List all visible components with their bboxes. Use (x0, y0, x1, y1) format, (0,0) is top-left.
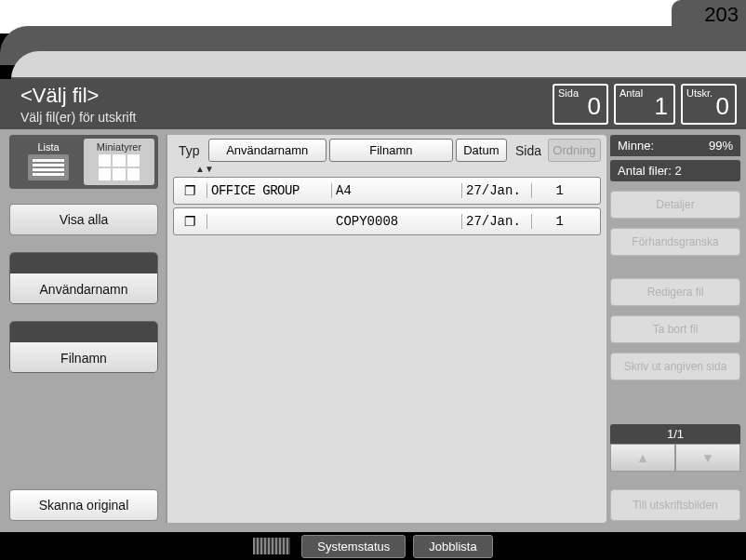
footer-decoration (253, 538, 290, 554)
col-filename-button[interactable]: Filnamn (329, 139, 453, 162)
page-title: <Välj fil> (20, 84, 547, 108)
document-icon: ❐ (174, 183, 207, 198)
triangle-down-icon: ▼ (701, 450, 714, 465)
page-up-button[interactable]: ▲ (610, 444, 675, 472)
view-list-button[interactable]: Lista (13, 139, 84, 185)
list-icon (28, 154, 69, 180)
document-icon: ❐ (174, 214, 207, 229)
triangle-up-icon: ▲ (636, 450, 649, 465)
username-button[interactable]: Användarnamn (10, 273, 157, 304)
pager-label: 1/1 (610, 424, 740, 444)
sidebar-right: Minne: 99% Antal filer: 2 Detaljer Förha… (610, 135, 740, 380)
counter-sida: Sida 0 (553, 84, 608, 125)
col-username-button[interactable]: Användarnamn (208, 139, 326, 162)
page-down-button[interactable]: ▼ (675, 444, 740, 472)
filename-button[interactable]: Filnamn (10, 342, 157, 373)
view-toggle: Lista Miniatyrer (9, 135, 158, 189)
column-headers: Typ Användarnamn Filnamn Datum Sida Ordn… (167, 135, 606, 167)
print-page-button[interactable]: Skriv ut angiven sida (610, 353, 740, 380)
tab-number: 203 (704, 3, 739, 27)
file-row[interactable]: ❐ OFFICE GROUP A4 27/Jan. 1 (173, 177, 601, 205)
page-subtitle: Välj fil(er) för utskrift (20, 110, 547, 125)
details-button[interactable]: Detaljer (610, 191, 740, 219)
username-section: Användarnamn (9, 252, 158, 304)
col-order-button: Ordning (548, 139, 601, 162)
edit-file-button[interactable]: Redigera fil (610, 278, 740, 306)
view-thumb-button[interactable]: Miniatyrer (84, 139, 154, 185)
col-date-button[interactable]: Datum (456, 139, 507, 162)
show-all-button[interactable]: Visa alla (9, 204, 158, 235)
grid-icon (99, 154, 140, 180)
filename-section: Filnamn (9, 321, 158, 373)
scan-original-button[interactable]: Skanna original (9, 489, 158, 521)
tab-curve-light (11, 51, 746, 79)
file-list-area: Typ Användarnamn Filnamn Datum Sida Ordn… (166, 135, 606, 523)
col-page: Sida (510, 143, 545, 158)
file-row[interactable]: ❐ COPY0008 27/Jan. 1 (173, 207, 601, 235)
counter-utskr: Utskr. 0 (681, 84, 737, 125)
workspace: Lista Miniatyrer Visa alla Användarnamn … (0, 129, 746, 532)
to-print-button[interactable]: Till utskriftsbilden (610, 489, 740, 521)
preview-button[interactable]: Förhandsgranska (610, 228, 740, 256)
file-count: Antal filer: 2 (610, 160, 740, 181)
counter-antal: Antal 1 (614, 84, 675, 125)
pager: 1/1 ▲ ▼ (610, 424, 740, 472)
system-status-button[interactable]: Systemstatus (301, 535, 406, 558)
sidebar-left: Lista Miniatyrer Visa alla Användarnamn … (9, 135, 158, 373)
col-type: Typ (173, 143, 206, 158)
header-bar: <Välj fil> Välj fil(er) för utskrift Sid… (0, 79, 746, 129)
footer-bar: Systemstatus Jobblista (0, 532, 746, 560)
memory-status: Minne: 99% (610, 135, 740, 156)
job-list-button[interactable]: Jobblista (413, 535, 492, 558)
sort-indicator-icon: ▲▼ (195, 164, 606, 174)
delete-file-button[interactable]: Ta bort fil (610, 315, 740, 343)
